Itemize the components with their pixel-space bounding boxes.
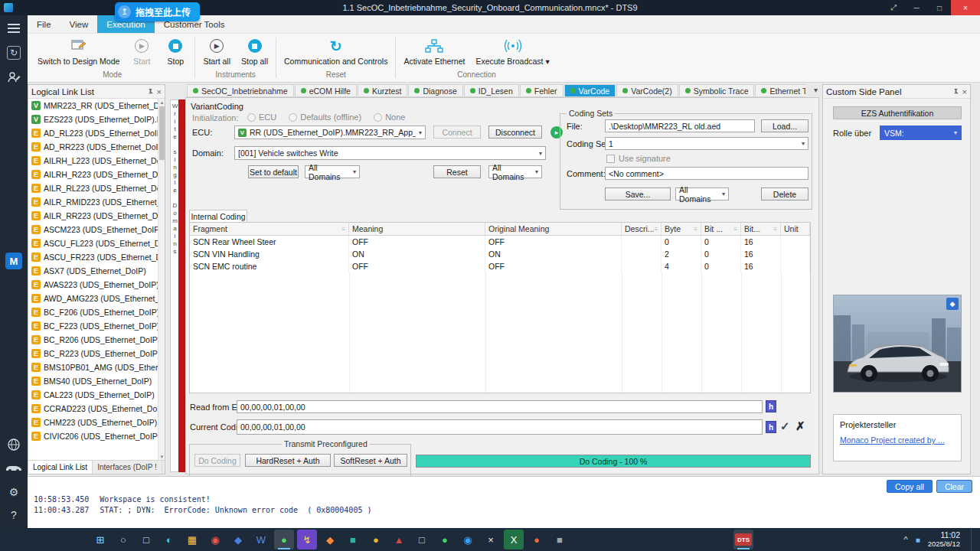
load-button[interactable]: Load... bbox=[761, 119, 808, 132]
tray-chevron-icon[interactable]: ^ bbox=[904, 535, 908, 544]
switch-design-mode-button[interactable]: Switch to Design Mode bbox=[32, 35, 125, 68]
radio-none[interactable] bbox=[374, 113, 382, 122]
column-menu-icon[interactable]: ≡ bbox=[694, 226, 697, 233]
list-item[interactable]: E BMS40 (UDS_Ethernet_DoIP) bbox=[28, 374, 158, 388]
pin-icon[interactable] bbox=[952, 88, 959, 95]
list-item[interactable]: E BC_R223 (UDS_Ethernet_DoIP) bbox=[28, 347, 158, 360]
execute-broadcast-button[interactable]: Execute Broadcast▾ bbox=[470, 35, 554, 68]
maximize-icon[interactable]: □ bbox=[928, 0, 951, 15]
taskbar-app-icon[interactable]: □ bbox=[136, 530, 156, 549]
hex-toggle-button[interactable]: h bbox=[766, 400, 776, 412]
connect-button[interactable]: Connect bbox=[433, 126, 481, 139]
workspace-tab[interactable]: ID_Lesen bbox=[464, 84, 519, 97]
list-item[interactable]: E CCRAD223 (UDS_Ethernet_DoIP) bbox=[28, 402, 158, 416]
taskbar-app-icon[interactable]: ◐ bbox=[159, 530, 179, 549]
gear-icon[interactable]: ⚙ bbox=[0, 482, 28, 502]
disconnect-button[interactable]: Disconnect bbox=[488, 126, 542, 139]
column-menu-icon[interactable]: ≡ bbox=[733, 226, 737, 233]
activate-ethernet-button[interactable]: Activate Ethernet bbox=[398, 35, 470, 68]
taskbar-app-icon[interactable]: X bbox=[504, 530, 524, 549]
ecu-select[interactable]: V RR (UDS_Ethernet_DoIP).MMR223_RR_App_0… bbox=[234, 126, 426, 139]
close-icon[interactable]: × bbox=[157, 87, 162, 96]
tab-internal-coding[interactable]: Internal Coding bbox=[189, 210, 247, 222]
table-row[interactable]: SCN Rear Wheel Steer OFF OFF 0 0 16 bbox=[190, 236, 810, 248]
reset-button[interactable]: Reset bbox=[433, 165, 481, 178]
taskbar-app-icon[interactable]: ■ bbox=[343, 530, 363, 549]
taskbar-app-icon[interactable]: □ bbox=[412, 530, 432, 549]
column-header[interactable]: Meaning bbox=[349, 223, 485, 235]
list-item[interactable]: E CAL223 (UDS_Ethernet_DoIP) bbox=[28, 388, 158, 402]
list-item[interactable]: V EZS223 (UDS_Ethernet_DoIP).EZS bbox=[28, 112, 158, 126]
taskbar-app-icon[interactable]: ● bbox=[527, 530, 547, 549]
soft-reset-auth-button[interactable]: SoftReset + Auth bbox=[334, 454, 407, 467]
list-item[interactable]: E AD_RR223 (UDS_Ethernet_DoIP) bbox=[28, 140, 158, 154]
workspace-tab[interactable]: Diagnose bbox=[408, 84, 462, 97]
copy-all-button[interactable]: Copy all bbox=[887, 480, 933, 493]
start-all-button[interactable]: ▶ Start all bbox=[198, 35, 236, 68]
list-item[interactable]: E AWD_AMG223 (UDS_Ethernet_D bbox=[28, 292, 158, 305]
hamburger-menu-icon[interactable] bbox=[0, 18, 28, 38]
read-from-ecu-field[interactable]: 00,00,00,01,00,00 bbox=[237, 400, 763, 413]
close-icon[interactable]: × bbox=[962, 87, 967, 96]
taskbar-app-icon[interactable]: W bbox=[251, 530, 271, 549]
comment-field[interactable]: <No comment> bbox=[605, 167, 808, 180]
column-header[interactable]: Bit... ≡ bbox=[741, 223, 781, 235]
column-header[interactable]: Bit ... ≡ bbox=[701, 223, 741, 235]
user-edit-icon[interactable] bbox=[0, 67, 28, 87]
list-item[interactable]: E ASCU_FR223 (UDS_Ethernet_DoIP) bbox=[28, 250, 158, 264]
table-row[interactable]: SCN VIN Handling ON ON 2 0 16 bbox=[190, 248, 810, 260]
vsm-select[interactable]: VSM: ▾ bbox=[880, 126, 962, 140]
list-item[interactable]: E ASCM223 (UDS_Ethernet_DoIP) bbox=[28, 223, 158, 236]
taskbar-app-icon[interactable]: × bbox=[481, 530, 501, 549]
list-item[interactable]: E AD_RL223 (UDS_Ethernet_DoIP) bbox=[28, 126, 158, 140]
log-line[interactable]: 10:58:53.450 Workspace is consistent! bbox=[34, 494, 888, 504]
menu-file[interactable]: File bbox=[28, 15, 60, 33]
taskbar-app-icon[interactable]: ◆ bbox=[228, 530, 248, 549]
column-header[interactable]: Unit bbox=[781, 223, 810, 235]
file-path-field[interactable]: .\Desktop\MMR223_RL old.aed bbox=[605, 119, 755, 132]
workspace-tab[interactable]: VarCode bbox=[564, 84, 616, 97]
list-item[interactable]: E AILRH_R223 (UDS_Ethernet_DoIP) bbox=[28, 168, 158, 181]
table-row[interactable]: SCN EMC routine OFF OFF 4 0 16 bbox=[190, 260, 810, 272]
taskbar-app-icon[interactable]: ● bbox=[274, 530, 294, 549]
workspace-tab[interactable]: Ethernet Trace bbox=[755, 84, 805, 97]
list-item[interactable]: E AVAS223 (UDS_Ethernet_DoIP) bbox=[28, 278, 158, 292]
list-item[interactable]: E CHM223 (UDS_Ethernet_DoIP) bbox=[28, 416, 158, 429]
minimize-icon[interactable]: ─ bbox=[905, 0, 928, 15]
do-coding-button[interactable]: Do Coding bbox=[194, 454, 240, 467]
car-icon[interactable] bbox=[0, 458, 28, 478]
ezs-auth-button[interactable]: EZS Authentifikation bbox=[833, 106, 962, 119]
list-item[interactable]: E ASCU_FL223 (UDS_Ethernet_DoIP) bbox=[28, 236, 158, 250]
column-header[interactable]: Byte ≡ bbox=[662, 223, 701, 235]
hard-reset-auth-button[interactable]: HardReset + Auth bbox=[245, 454, 331, 467]
taskbar-app-icon[interactable]: ■ bbox=[550, 530, 570, 549]
fullscreen-icon[interactable]: ⤢ bbox=[882, 0, 905, 15]
column-header[interactable]: Fragment ≡ bbox=[190, 223, 349, 235]
list-item[interactable]: E AILR_RR223 (UDS_Ethernet_DoIP) bbox=[28, 209, 158, 223]
all-domains-select-2[interactable]: All Domains ▾ bbox=[488, 165, 542, 178]
list-item[interactable]: V MMR223_RR (UDS_Ethernet_DoIP bbox=[28, 99, 158, 112]
log-line[interactable]: 11:00:43.287 STAT: ; DYN: ErrorCode: Unk… bbox=[34, 504, 888, 515]
taskbar-app-icon[interactable]: ○ bbox=[113, 530, 133, 549]
list-item[interactable]: E ASX7 (UDS_Ethernet_DoIP) bbox=[28, 264, 158, 278]
communication-controls-button[interactable]: ↻ Communication and Controls bbox=[279, 35, 393, 68]
all-domains-select-1[interactable]: All Domains ▾ bbox=[305, 165, 360, 178]
list-item[interactable]: E BC_R206 (UDS_Ethernet_DoIP) bbox=[28, 333, 158, 347]
list-item[interactable]: E AILR_RL223 (UDS_Ethernet_DoIP) bbox=[28, 181, 158, 195]
taskbar-app-icon[interactable]: ◆ bbox=[320, 530, 340, 549]
hex-toggle-button[interactable]: h bbox=[766, 421, 776, 433]
scrollbar-thumb[interactable] bbox=[159, 106, 165, 160]
accept-icon[interactable]: ✓ bbox=[780, 419, 790, 433]
taskbar-app-icon[interactable]: ● bbox=[435, 530, 455, 549]
tab-overflow-icon[interactable]: ▾ bbox=[814, 86, 818, 94]
help-icon[interactable]: ? bbox=[0, 505, 28, 525]
column-menu-icon[interactable]: ≡ bbox=[341, 226, 345, 233]
chevron-down-icon[interactable]: ▾ bbox=[546, 57, 550, 66]
monaco-logo-icon[interactable]: M bbox=[0, 251, 28, 271]
column-menu-icon[interactable]: ≡ bbox=[655, 226, 658, 233]
taskbar-app-icon[interactable]: ⊞ bbox=[90, 530, 110, 549]
close-icon[interactable]: × bbox=[951, 0, 980, 15]
dts-taskbar-icon[interactable]: DTS bbox=[733, 530, 753, 549]
stop-button[interactable]: Stop bbox=[158, 35, 192, 68]
scroll-up-icon[interactable]: ▲ bbox=[158, 99, 165, 106]
